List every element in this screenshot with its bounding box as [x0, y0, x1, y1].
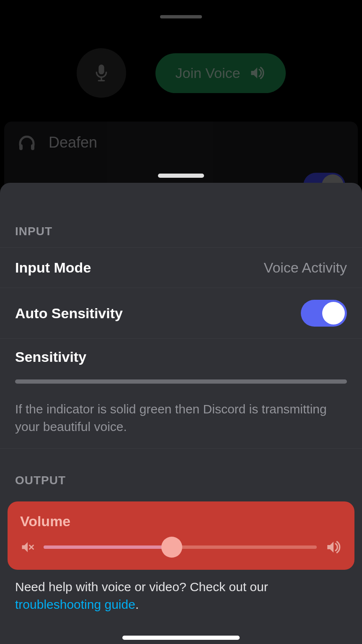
sensitivity-description: If the indicator is solid green then Dis… [15, 400, 347, 436]
speaker-icon [249, 65, 266, 80]
background-voice-controls: Join Voice [0, 48, 362, 98]
volume-block-highlight: Volume [8, 501, 354, 570]
join-voice-label: Join Voice [176, 65, 240, 81]
svg-rect-0 [98, 65, 104, 74]
toggle-knob [322, 302, 345, 325]
sensitivity-label: Sensitivity [15, 349, 347, 365]
help-text: Need help with voice or video? Check out… [0, 570, 362, 613]
outer-drag-handle[interactable] [160, 15, 202, 18]
voice-settings-sheet: INPUT Input Mode Voice Activity Auto Sen… [0, 183, 362, 644]
volume-slider[interactable] [44, 545, 317, 549]
mute-button[interactable] [77, 48, 126, 98]
volume-slider-fill [44, 545, 172, 549]
sensitivity-indicator-bar [15, 379, 347, 384]
auto-sensitivity-toggle[interactable] [301, 300, 347, 327]
help-text-prefix: Need help with voice or video? Check out… [15, 580, 268, 594]
volume-label: Volume [20, 513, 342, 530]
input-section-header: INPUT [0, 183, 362, 247]
svg-rect-3 [19, 144, 23, 150]
speaker-mute-icon [20, 540, 35, 554]
sensitivity-block: Sensitivity If the indicator is solid gr… [0, 339, 362, 449]
headphones-icon [17, 133, 37, 152]
speaker-loud-icon [325, 540, 342, 555]
svg-rect-4 [31, 144, 34, 150]
output-section-header: OUTPUT [0, 449, 362, 496]
sheet-drag-handle[interactable] [158, 174, 204, 178]
input-mode-row[interactable]: Input Mode Voice Activity [0, 247, 362, 288]
auto-sensitivity-label: Auto Sensitivity [15, 305, 123, 322]
deafen-row[interactable]: Deafen [17, 133, 345, 152]
home-indicator[interactable] [122, 636, 240, 640]
auto-sensitivity-row: Auto Sensitivity [0, 288, 362, 339]
deafen-label: Deafen [49, 134, 97, 151]
microphone-icon [93, 63, 110, 83]
input-mode-label: Input Mode [15, 260, 91, 276]
volume-slider-thumb[interactable] [161, 537, 182, 558]
troubleshooting-guide-link[interactable]: troubleshooting guide [15, 597, 135, 611]
input-mode-value: Voice Activity [264, 260, 347, 276]
join-voice-button[interactable]: Join Voice [155, 53, 286, 93]
help-text-suffix: . [135, 597, 139, 611]
